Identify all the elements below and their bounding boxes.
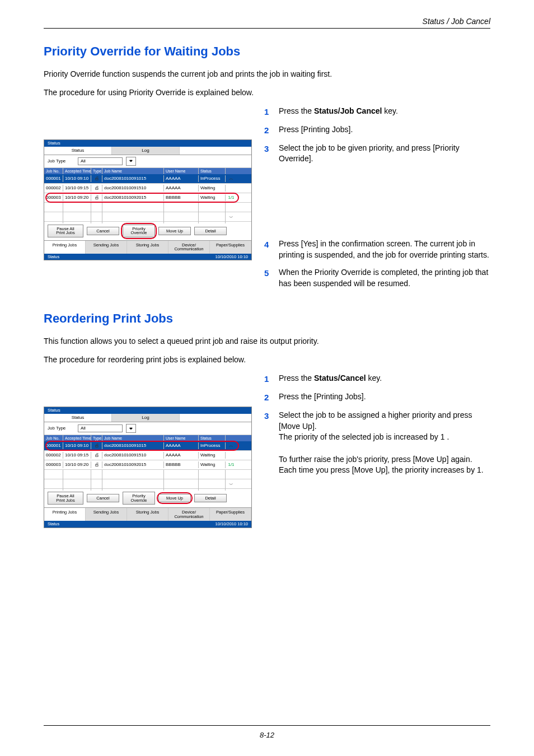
tab-status[interactable]: Status	[44, 147, 112, 155]
move-up-button[interactable]: Move Up	[158, 227, 191, 236]
detail-button[interactable]: Detail	[194, 227, 227, 236]
bottom-tab-storing[interactable]: Storing Jobs	[127, 508, 168, 521]
step-text: Press the Status/Job Cancel key.	[279, 106, 490, 117]
pager-text: 1/1	[226, 461, 237, 468]
section1-title: Priority Override for Waiting Jobs	[44, 44, 490, 59]
cell-time: 10/10 09:15	[63, 452, 91, 459]
table-row[interactable]: 000002 10/10 09:15 🖨 doc20081010091510 A…	[44, 451, 251, 460]
statusbar-left: Status	[48, 255, 59, 259]
tab-log[interactable]: Log	[112, 147, 180, 155]
table-row-empty	[44, 470, 251, 479]
cell-status: InProcess	[199, 175, 226, 182]
table-header: Job No. Accepted Time Type Job Name User…	[44, 168, 251, 174]
print-icon: 🖨	[91, 175, 102, 182]
table-row[interactable]: 000001 10/10 09:10 🖨 doc20081010091015 A…	[44, 441, 251, 451]
page-header-section: Status / Job Cancel	[44, 17, 490, 29]
table-row-empty	[44, 203, 251, 212]
col-name: Job Name	[102, 435, 164, 441]
cell-name: doc20081010092015	[102, 461, 164, 468]
cell-name: doc20081010091510	[102, 185, 164, 192]
footer-rule	[44, 725, 490, 726]
cell-jobno: 000003	[44, 461, 63, 468]
section2-para2: The procedure for reordering print jobs …	[44, 354, 490, 365]
col-status: Status	[199, 168, 226, 174]
jobtype-select[interactable]: All	[78, 424, 123, 432]
panel-titlebar: Status	[44, 407, 251, 414]
detail-button[interactable]: Detail	[194, 494, 227, 503]
statusbar-right: 10/10/2010 10:10	[216, 255, 248, 259]
table-row[interactable]: 000003 10/10 09:20 🖨 doc20081010092015 B…	[44, 193, 251, 203]
step-text: Press the Status/Cancel key.	[279, 373, 490, 384]
cell-name: doc20081010091015	[102, 442, 164, 449]
page-number: 8-12	[0, 731, 534, 739]
cell-user: AAAAA	[164, 185, 199, 192]
print-icon: 🖨	[91, 194, 102, 201]
cell-name: doc20081010091510	[102, 452, 164, 459]
jobtype-dropdown-icon[interactable]: ❤	[126, 157, 136, 166]
cell-name: doc20081010091015	[102, 175, 164, 182]
bottom-tab-printing[interactable]: Printing Jobs	[44, 508, 86, 521]
scroll-up-icon[interactable]: ︿	[226, 442, 237, 449]
bottom-tab-device[interactable]: Device/ Communication	[168, 508, 210, 521]
cell-status: InProcess	[199, 442, 226, 449]
cell-user: AAAAA	[164, 175, 199, 182]
table-row[interactable]: 000002 10/10 09:15 🖨 doc20081010091510 A…	[44, 184, 251, 193]
step-number: 2	[264, 391, 279, 403]
step-number: 4	[264, 239, 279, 250]
step-number: 1	[264, 373, 279, 385]
bottom-tab-printing[interactable]: Printing Jobs	[44, 241, 86, 254]
bottom-tab-sending[interactable]: Sending Jobs	[86, 508, 127, 521]
priority-override-button[interactable]: Priority Override	[123, 492, 155, 505]
cell-jobno: 000001	[44, 175, 63, 182]
jobtype-label: Job Type	[48, 426, 74, 431]
print-icon: 🖨	[91, 185, 102, 192]
step-number: 2	[264, 124, 279, 136]
print-icon: 🖨	[91, 461, 102, 468]
col-type: Type	[91, 435, 102, 441]
table-row[interactable]: 000001 10/10 09:10 🖨 doc20081010091015 A…	[44, 174, 251, 184]
step-text: Select the job to be assigned a higher p…	[279, 410, 490, 476]
pause-all-button[interactable]: Pause All Print Jobs	[48, 225, 83, 237]
tab-status[interactable]: Status	[44, 414, 112, 422]
step-number: 3	[264, 410, 279, 422]
statusbar-left: Status	[48, 522, 59, 526]
cell-status: Waiting	[199, 185, 226, 192]
status-panel-1: Status Status Log Job Type All ❤ Job No.…	[44, 139, 252, 261]
scroll-up-icon[interactable]: ︿	[226, 175, 237, 182]
move-up-button[interactable]: Move Up	[158, 494, 191, 503]
cancel-button[interactable]: Cancel	[87, 494, 119, 503]
cell-jobno: 000003	[44, 194, 63, 201]
cell-time: 10/10 09:20	[63, 461, 91, 468]
col-type: Type	[91, 168, 102, 174]
table-row-empty: ﹀	[44, 212, 251, 222]
statusbar-right: 10/10/2010 10:10	[216, 522, 248, 526]
bottom-tab-sending[interactable]: Sending Jobs	[86, 241, 127, 254]
step-number: 3	[264, 143, 279, 155]
step-text: Press the [Printing Jobs].	[279, 391, 490, 403]
jobtype-dropdown-icon[interactable]: ❤	[126, 424, 136, 433]
tab-log[interactable]: Log	[112, 414, 180, 422]
status-panel-2: Status Status Log Job Type All ❤ Job No.…	[44, 407, 252, 528]
cell-time: 10/10 09:10	[63, 175, 91, 182]
bottom-tab-paper[interactable]: Paper/Supplies	[210, 241, 251, 254]
table-row[interactable]: 000003 10/10 09:20 🖨 doc20081010092015 B…	[44, 460, 251, 470]
jobtype-select[interactable]: All	[78, 157, 123, 165]
print-icon: 🖨	[91, 442, 102, 449]
section1-para1: Priority Override function suspends the …	[44, 69, 490, 80]
pause-all-button[interactable]: Pause All Print Jobs	[48, 492, 83, 505]
cell-jobno: 000002	[44, 452, 63, 459]
bottom-tab-storing[interactable]: Storing Jobs	[127, 241, 168, 254]
bottom-tab-paper[interactable]: Paper/Supplies	[210, 508, 251, 521]
jobtype-label: Job Type	[48, 159, 74, 164]
step-text: Press [Yes] in the confirmation screen. …	[279, 239, 490, 260]
print-icon: 🖨	[91, 452, 102, 459]
cell-user: BBBBB	[164, 194, 199, 201]
bottom-tab-device[interactable]: Device/ Communication	[168, 241, 210, 254]
step-text: Press [Printing Jobs].	[279, 124, 490, 136]
priority-override-button[interactable]: Priority Override	[123, 225, 155, 237]
col-name: Job Name	[102, 168, 164, 174]
cell-status: Waiting	[199, 461, 226, 468]
cancel-button[interactable]: Cancel	[87, 227, 119, 236]
cell-jobno: 000001	[44, 442, 63, 449]
pager-text: 1/1	[226, 194, 237, 201]
